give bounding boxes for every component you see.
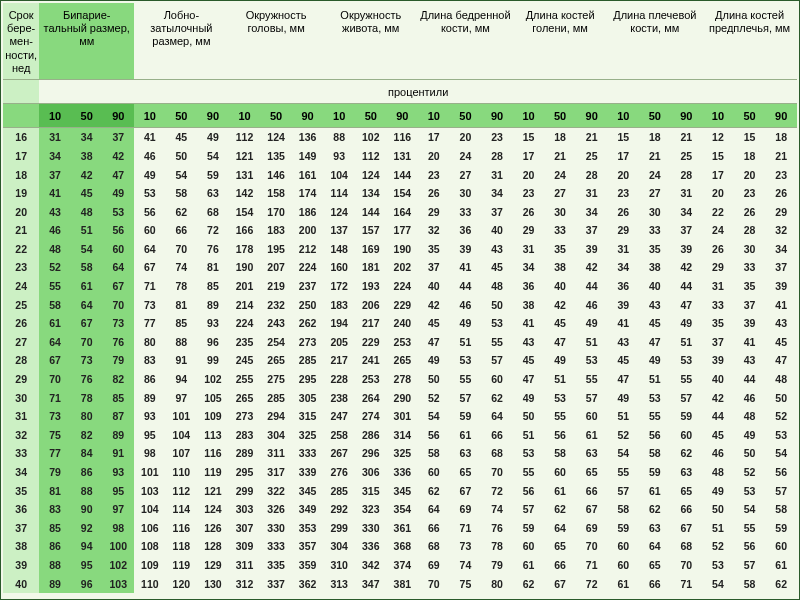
percentile-header: 10 bbox=[513, 104, 545, 128]
cell-value: 15 bbox=[607, 128, 639, 147]
cell-value: 53 bbox=[450, 351, 482, 370]
cell-value: 92 bbox=[71, 519, 103, 538]
cell-value: 349 bbox=[292, 500, 324, 519]
cell-value: 21 bbox=[576, 128, 608, 147]
cell-value: 65 bbox=[576, 463, 608, 482]
cell-week: 35 bbox=[3, 482, 39, 501]
cell-value: 100 bbox=[102, 537, 134, 556]
cell-value: 212 bbox=[292, 240, 324, 259]
cell-value: 68 bbox=[418, 537, 450, 556]
cell-value: 45 bbox=[166, 128, 198, 147]
cell-value: 258 bbox=[323, 426, 355, 445]
cell-value: 54 bbox=[607, 444, 639, 463]
cell-value: 44 bbox=[450, 277, 482, 296]
cell-value: 45 bbox=[513, 351, 545, 370]
cell-value: 109 bbox=[134, 556, 166, 575]
cell-value: 228 bbox=[323, 370, 355, 389]
cell-value: 45 bbox=[481, 258, 513, 277]
cell-value: 296 bbox=[355, 444, 387, 463]
cell-value: 104 bbox=[166, 426, 198, 445]
cell-value: 62 bbox=[166, 203, 198, 222]
cell-week: 40 bbox=[3, 575, 39, 594]
cell-value: 40 bbox=[481, 221, 513, 240]
cell-week: 26 bbox=[3, 314, 39, 333]
cell-value: 29 bbox=[513, 221, 545, 240]
table-row: 2764707680889623525427320522925347515543… bbox=[3, 333, 797, 352]
cell-value: 59 bbox=[197, 166, 229, 185]
cell-value: 98 bbox=[102, 519, 134, 538]
cell-value: 61 bbox=[576, 426, 608, 445]
cell-week: 20 bbox=[3, 203, 39, 222]
cell-value: 48 bbox=[39, 240, 71, 259]
cell-value: 43 bbox=[513, 333, 545, 352]
cell-value: 255 bbox=[229, 370, 261, 389]
percentile-header: 10 bbox=[323, 104, 355, 128]
cell-value: 214 bbox=[229, 296, 261, 315]
cell-value: 82 bbox=[71, 426, 103, 445]
cell-value: 51 bbox=[513, 426, 545, 445]
cell-value: 46 bbox=[734, 389, 766, 408]
cell-value: 93 bbox=[197, 314, 229, 333]
cell-value: 31 bbox=[576, 184, 608, 203]
header-week: Срок бере-мен-ности, нед bbox=[3, 3, 39, 79]
cell-value: 330 bbox=[355, 519, 387, 538]
cell-week: 32 bbox=[3, 426, 39, 445]
cell-value: 61 bbox=[513, 556, 545, 575]
cell-value: 305 bbox=[292, 389, 324, 408]
cell-value: 23 bbox=[765, 166, 797, 185]
cell-value: 49 bbox=[702, 482, 734, 501]
cell-value: 71 bbox=[134, 277, 166, 296]
cell-value: 69 bbox=[418, 556, 450, 575]
cell-value: 265 bbox=[260, 351, 292, 370]
cell-value: 39 bbox=[607, 296, 639, 315]
cell-value: 79 bbox=[481, 556, 513, 575]
cell-value: 33 bbox=[734, 258, 766, 277]
cell-value: 102 bbox=[197, 370, 229, 389]
cell-value: 304 bbox=[260, 426, 292, 445]
cell-value: 47 bbox=[639, 333, 671, 352]
cell-value: 23 bbox=[513, 184, 545, 203]
cell-value: 322 bbox=[260, 482, 292, 501]
cell-value: 120 bbox=[166, 575, 198, 594]
cell-value: 67 bbox=[102, 277, 134, 296]
cell-value: 70 bbox=[481, 463, 513, 482]
cell-value: 63 bbox=[197, 184, 229, 203]
cell-value: 49 bbox=[513, 389, 545, 408]
cell-value: 289 bbox=[229, 444, 261, 463]
cell-value: 20 bbox=[450, 128, 482, 147]
cell-value: 55 bbox=[450, 370, 482, 389]
cell-value: 81 bbox=[39, 482, 71, 501]
cell-value: 71 bbox=[671, 575, 703, 594]
cell-value: 49 bbox=[102, 184, 134, 203]
cell-value: 96 bbox=[71, 575, 103, 594]
cell-value: 53 bbox=[134, 184, 166, 203]
cell-value: 88 bbox=[323, 128, 355, 147]
cell-value: 102 bbox=[355, 128, 387, 147]
header-group-4: Длина бедренной кости, мм bbox=[418, 3, 513, 79]
cell-value: 53 bbox=[576, 351, 608, 370]
cell-value: 89 bbox=[134, 389, 166, 408]
cell-value: 78 bbox=[166, 277, 198, 296]
cell-value: 68 bbox=[481, 444, 513, 463]
cell-value: 381 bbox=[387, 575, 419, 594]
cell-value: 60 bbox=[544, 463, 576, 482]
cell-value: 49 bbox=[450, 314, 482, 333]
cell-value: 15 bbox=[513, 128, 545, 147]
cell-value: 72 bbox=[481, 482, 513, 501]
table-row: 2043485356626815417018612414416429333726… bbox=[3, 203, 797, 222]
cell-value: 57 bbox=[481, 351, 513, 370]
cell-value: 174 bbox=[292, 184, 324, 203]
cell-value: 310 bbox=[323, 556, 355, 575]
cell-value: 51 bbox=[576, 333, 608, 352]
cell-value: 41 bbox=[39, 184, 71, 203]
cell-value: 35 bbox=[702, 314, 734, 333]
cell-value: 28 bbox=[481, 147, 513, 166]
cell-value: 58 bbox=[418, 444, 450, 463]
cell-value: 51 bbox=[639, 370, 671, 389]
cell-value: 71 bbox=[450, 519, 482, 538]
cell-week: 31 bbox=[3, 407, 39, 426]
cell-value: 45 bbox=[702, 426, 734, 445]
cell-value: 303 bbox=[229, 500, 261, 519]
cell-value: 265 bbox=[387, 351, 419, 370]
cell-value: 45 bbox=[607, 351, 639, 370]
